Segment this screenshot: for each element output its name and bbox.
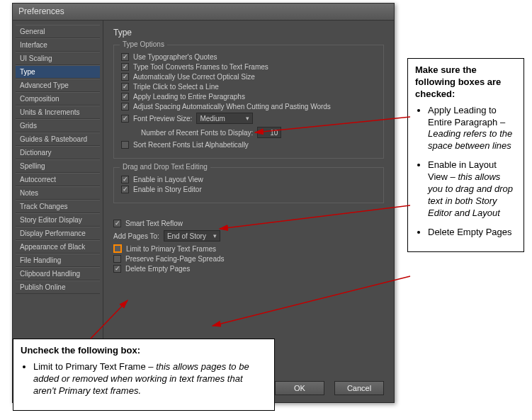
- drag-drop-group: Drag and Drop Text Editing Enable in Lay…: [113, 167, 384, 203]
- label: Number of Recent Fonts to Display:: [141, 129, 253, 137]
- dropdown-add-pages-to[interactable]: End of Story: [164, 230, 220, 242]
- sidebar-item-general[interactable]: General: [16, 25, 100, 38]
- reflow-group: Smart Text Reflow Add Pages To: End of S…: [113, 212, 384, 282]
- label: Apply Leading to Entire Paragraphs: [133, 93, 245, 101]
- titlebar: Preferences: [13, 4, 394, 21]
- sidebar-item-ui-scaling[interactable]: UI Scaling: [16, 52, 100, 65]
- label: Use Typographer's Quotes: [133, 53, 217, 61]
- sidebar-item-display-perf[interactable]: Display Performance: [16, 227, 100, 240]
- sidebar-item-notes[interactable]: Notes: [16, 186, 100, 200]
- panel-title: Type: [113, 28, 384, 38]
- checkbox-apply-leading[interactable]: [121, 93, 129, 101]
- callout-item: Apply Leading to Entire Paragraph – Lead…: [428, 105, 516, 153]
- callout-item: Limit to Primary Text Frame – this allow…: [33, 361, 267, 397]
- checkbox-convert-frames[interactable]: [121, 63, 129, 71]
- sidebar-item-dictionary[interactable]: Dictionary: [16, 146, 100, 159]
- callout-title: Uncheck the following box:: [21, 345, 140, 356]
- label: Limit to Primary Text Frames: [126, 245, 216, 253]
- callout-title: Make sure the following boxes are checke…: [415, 64, 501, 99]
- label: Triple Click to Select a Line: [133, 83, 219, 91]
- sidebar-item-appearance-black[interactable]: Appearance of Black: [16, 240, 100, 254]
- sidebar-item-composition[interactable]: Composition: [16, 92, 100, 106]
- sidebar-item-track-changes[interactable]: Track Changes: [16, 200, 100, 213]
- callout-item: Delete Empty Pages: [428, 227, 516, 239]
- label: Type Tool Converts Frames to Text Frames: [133, 63, 268, 71]
- sidebar-item-units[interactable]: Units & Increments: [16, 106, 100, 119]
- sidebar-item-interface[interactable]: Interface: [16, 38, 100, 52]
- group-title-drag-drop: Drag and Drop Text Editing: [120, 163, 210, 171]
- label: Font Preview Size:: [133, 115, 192, 123]
- dropdown-font-preview-size[interactable]: Medium: [196, 113, 253, 124]
- cancel-button[interactable]: Cancel: [334, 381, 384, 395]
- sidebar-item-clipboard[interactable]: Clipboard Handling: [16, 267, 100, 280]
- checkbox-auto-optical[interactable]: [121, 73, 129, 81]
- callout-item: Enable in Layout View – this allows you …: [428, 159, 516, 219]
- checkbox-triple-click[interactable]: [121, 83, 129, 91]
- checkbox-adjust-spacing[interactable]: [121, 103, 129, 110]
- checkbox-limit-primary[interactable]: [113, 244, 122, 253]
- sidebar-item-publish-online[interactable]: Publish Online: [16, 280, 100, 294]
- checkbox-font-preview[interactable]: [121, 115, 129, 123]
- checkbox-smart-reflow[interactable]: [113, 220, 121, 227]
- annotation-callout-bottom: Uncheck the following box: Limit to Prim…: [13, 339, 275, 411]
- sidebar-item-file-handling[interactable]: File Handling: [16, 254, 100, 267]
- label: Smart Text Reflow: [125, 220, 183, 227]
- checkbox-delete-empty[interactable]: [113, 265, 121, 273]
- sidebar-item-autocorrect[interactable]: Autocorrect: [16, 173, 100, 186]
- checkbox-enable-layout-view[interactable]: [121, 176, 129, 183]
- checkbox-sort-recent[interactable]: [121, 141, 129, 149]
- annotation-callout-right: Make sure the following boxes are checke…: [407, 58, 524, 252]
- sidebar-item-grids[interactable]: Grids: [16, 119, 100, 132]
- ok-button[interactable]: OK: [275, 381, 324, 395]
- label: Enable in Story Editor: [133, 186, 202, 193]
- group-title-type-options: Type Options: [120, 40, 167, 48]
- sidebar-item-advanced-type[interactable]: Advanced Type: [16, 79, 100, 92]
- dialog-title: Preferences: [18, 6, 64, 16]
- input-recent-fonts[interactable]: 10: [257, 127, 281, 138]
- label: Adjust Spacing Automatically When Cuttin…: [133, 103, 331, 110]
- checkbox-typographers-quotes[interactable]: [121, 53, 129, 61]
- label: Automatically Use Correct Optical Size: [133, 73, 255, 81]
- label: Add Pages To:: [113, 232, 159, 240]
- label: Preserve Facing-Page Spreads: [125, 255, 225, 263]
- sidebar-item-guides[interactable]: Guides & Pasteboard: [16, 132, 100, 146]
- type-options-group: Type Options Use Typographer's Quotes Ty…: [113, 45, 384, 159]
- sidebar-item-story-editor[interactable]: Story Editor Display: [16, 213, 100, 227]
- checkbox-enable-story-editor[interactable]: [121, 186, 129, 193]
- label: Delete Empty Pages: [125, 265, 190, 273]
- checkbox-preserve-spreads[interactable]: [113, 255, 121, 263]
- sidebar-item-spelling[interactable]: Spelling: [16, 159, 100, 173]
- label: Enable in Layout View: [133, 176, 203, 183]
- label: Sort Recent Fonts List Alphabetically: [133, 141, 249, 149]
- sidebar-item-type[interactable]: Type: [16, 65, 100, 79]
